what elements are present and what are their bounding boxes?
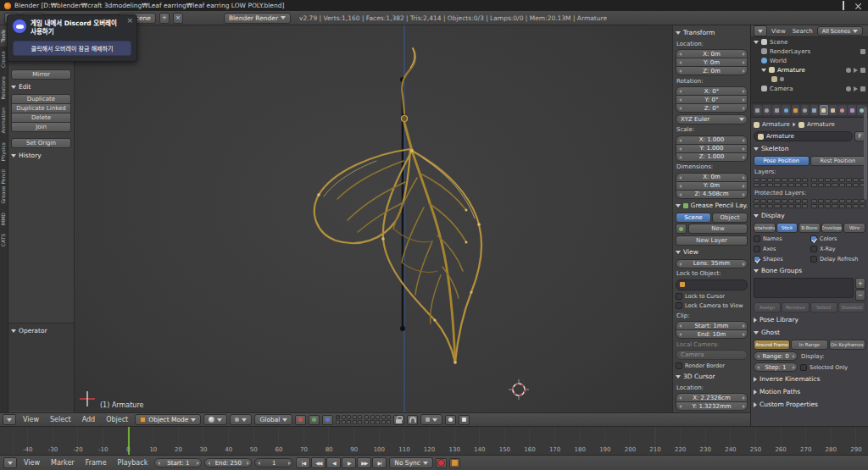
toolshelf-tab-mmd[interactable]: MMD bbox=[0, 208, 8, 229]
protected-layer-toggle[interactable] bbox=[853, 199, 859, 203]
armature-layer-toggle[interactable] bbox=[760, 183, 766, 187]
display-stick-button[interactable]: Stick bbox=[776, 223, 798, 233]
toolshelf-tab-grease-pencil[interactable]: Grease Pencil bbox=[0, 165, 8, 208]
snap-magnet-button[interactable] bbox=[407, 415, 418, 425]
protected-layer-toggle[interactable] bbox=[832, 199, 837, 203]
edit-panel-header[interactable]: Edit bbox=[11, 81, 71, 92]
protected-layer-toggle[interactable] bbox=[767, 204, 773, 208]
viewport-layer-toggle[interactable] bbox=[342, 420, 346, 424]
tab-material[interactable] bbox=[838, 105, 847, 115]
motion-paths-panel-header[interactable]: Motion Paths bbox=[754, 386, 865, 397]
viewport-layer-toggle[interactable] bbox=[353, 420, 357, 424]
add-menu[interactable]: Add bbox=[78, 416, 100, 423]
viewport-layer-toggle[interactable] bbox=[387, 415, 391, 419]
ghost-on-keyframes-button[interactable]: On Keyframes bbox=[829, 340, 865, 350]
viewport-layer-toggle[interactable] bbox=[347, 415, 351, 419]
viewport-layer-toggle[interactable] bbox=[336, 420, 340, 424]
selectability-icon[interactable] bbox=[854, 86, 858, 91]
viewport-layer-toggle[interactable] bbox=[342, 415, 346, 419]
pivot-dropdown[interactable] bbox=[230, 414, 252, 425]
armature-layer-toggle[interactable] bbox=[754, 178, 760, 182]
visibility-eye-icon[interactable] bbox=[846, 86, 851, 91]
viewport-layer-toggle[interactable] bbox=[370, 415, 375, 419]
manipulator-rotate-button[interactable] bbox=[309, 415, 320, 425]
play-button[interactable]: ▶ bbox=[342, 457, 356, 468]
armature-name-field[interactable]: Armature bbox=[754, 131, 853, 141]
tab-modifiers[interactable] bbox=[810, 105, 819, 115]
armature-layer-toggle[interactable] bbox=[832, 178, 837, 182]
set-origin-button[interactable]: Set Origin bbox=[11, 138, 71, 148]
armature-layer-toggle[interactable] bbox=[795, 178, 801, 182]
protected-layer-toggle[interactable] bbox=[846, 199, 852, 203]
protected-layer-toggle[interactable] bbox=[774, 199, 780, 203]
gp-new-layer-button[interactable]: New Layer bbox=[676, 235, 748, 246]
viewport-layer-toggle[interactable] bbox=[353, 415, 357, 419]
bone-groups-panel-header[interactable]: Bone Groups bbox=[754, 265, 865, 276]
protected-layer-toggle[interactable] bbox=[782, 204, 787, 208]
rotation-order-dropdown[interactable]: XYZ Euler bbox=[676, 114, 748, 124]
snap-element-dropdown[interactable] bbox=[420, 414, 442, 425]
render-toggle-icon[interactable] bbox=[860, 49, 865, 54]
object-menu[interactable]: Object bbox=[102, 416, 132, 423]
play-reverse-button[interactable]: ◀ bbox=[326, 457, 341, 468]
protected-layer-toggle[interactable] bbox=[832, 204, 837, 208]
tab-object[interactable] bbox=[792, 105, 800, 115]
timeline-editor-type-icon[interactable] bbox=[3, 457, 17, 468]
add-bone-group-button[interactable]: + bbox=[855, 278, 865, 289]
sync-dropdown[interactable]: No Sync bbox=[389, 457, 433, 468]
protected-layer-toggle[interactable] bbox=[754, 199, 760, 203]
opengl-render-anim-button[interactable] bbox=[459, 415, 470, 425]
lock-camera-checkbox[interactable] bbox=[676, 302, 682, 309]
protected-layer-toggle[interactable] bbox=[839, 204, 845, 208]
orientation-dropdown[interactable]: Global bbox=[254, 414, 292, 425]
protected-layer-toggle[interactable] bbox=[818, 199, 824, 203]
protected-layer-toggle[interactable] bbox=[802, 199, 808, 203]
armature-layer-toggle[interactable] bbox=[832, 183, 837, 187]
ghost-range-field[interactable]: Range: 0 bbox=[754, 351, 798, 361]
protected-layer-toggle[interactable] bbox=[760, 204, 766, 208]
viewport-layer-toggle[interactable] bbox=[381, 420, 386, 424]
scene-lock-button[interactable] bbox=[393, 415, 404, 425]
expand-icon[interactable] bbox=[754, 41, 759, 44]
close-button[interactable] bbox=[854, 3, 861, 9]
display-bbone-button[interactable]: B-Bone bbox=[798, 223, 821, 233]
discord-close-icon[interactable]: × bbox=[126, 16, 133, 25]
display-panel-header[interactable]: Display bbox=[754, 210, 865, 221]
maximize-button[interactable] bbox=[843, 2, 844, 9]
scale-y-field[interactable]: Y: 1.000 bbox=[676, 144, 748, 153]
tab-scene[interactable] bbox=[772, 105, 781, 115]
armature-layer-toggle[interactable] bbox=[760, 178, 766, 182]
lens-field[interactable]: Lens: 35mm bbox=[676, 259, 748, 268]
clip-end-field[interactable]: End: 10m bbox=[676, 329, 748, 339]
protected-layer-toggle[interactable] bbox=[811, 199, 817, 203]
armature-layer-toggle[interactable] bbox=[853, 178, 859, 182]
viewport-layer-toggle[interactable] bbox=[376, 420, 380, 424]
selected-only-checkbox[interactable] bbox=[800, 364, 807, 371]
xray-checkbox[interactable] bbox=[810, 246, 817, 252]
tab-render-layers[interactable] bbox=[763, 105, 771, 115]
outliner-editor-type-icon[interactable] bbox=[754, 25, 767, 36]
protected-layer-toggle[interactable] bbox=[788, 199, 794, 203]
armature-layer-toggle[interactable] bbox=[767, 178, 773, 182]
gp-source-scene-button[interactable]: Scene bbox=[676, 213, 711, 223]
cursor-y-field[interactable]: Y: 1.3232mm bbox=[676, 401, 748, 411]
keying-set-icon[interactable] bbox=[449, 458, 460, 468]
outliner-row-renderlayers[interactable]: RenderLayers bbox=[751, 47, 868, 56]
tab-constraints[interactable] bbox=[801, 105, 810, 115]
viewport-layer-toggle[interactable] bbox=[376, 415, 380, 419]
viewport-layer-toggle[interactable] bbox=[381, 415, 386, 419]
protected-layer-toggle[interactable] bbox=[795, 199, 801, 203]
protected-layer-toggle[interactable] bbox=[788, 204, 794, 208]
ghost-step-field[interactable]: Step: 1 bbox=[754, 362, 798, 372]
dimensions-z-field[interactable]: Z: 4.508cm bbox=[676, 190, 748, 199]
jump-to-end-button[interactable]: ▶| bbox=[372, 457, 387, 468]
jump-to-start-button[interactable]: |◀ bbox=[296, 457, 310, 468]
gp-new-button[interactable]: New bbox=[688, 224, 748, 234]
armature-layer-toggle[interactable] bbox=[774, 183, 780, 187]
tab-texture[interactable] bbox=[848, 105, 856, 115]
gp-datablock-icon[interactable] bbox=[676, 224, 687, 234]
armature-layer-toggle[interactable] bbox=[802, 178, 808, 182]
render-engine-dropdown[interactable]: Blender Render bbox=[224, 13, 291, 24]
toolshelf-tab-animation[interactable]: Animation bbox=[0, 103, 8, 138]
visibility-eye-icon[interactable] bbox=[846, 68, 851, 73]
